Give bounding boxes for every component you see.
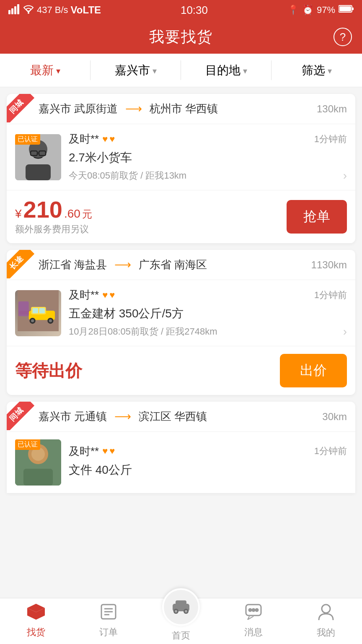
- hearts-2: ♥ ♥: [102, 290, 115, 301]
- driver-info-1: 及时** ♥ ♥ 1分钟前 2.7米小货车 今天08:05前取货 / 距我13k…: [69, 132, 347, 182]
- chevron-down-icon: ▾: [243, 66, 247, 76]
- waiting-price-2: 等待出价: [15, 359, 82, 382]
- card-body-1[interactable]: 已认证 及时** ♥ ♥ 1分钟前 2.7米小货车 今天08:05前取货 / 距…: [7, 124, 355, 190]
- bid-button-2[interactable]: 出价: [280, 354, 347, 387]
- time-text: 10:30: [181, 4, 208, 17]
- nav-item-messages[interactable]: 消息: [217, 598, 290, 644]
- heart-icon-5: ♥: [102, 446, 108, 457]
- route-from-1: 嘉兴市 武原街道: [39, 101, 118, 116]
- route-distance-1: 130km: [317, 103, 347, 115]
- route-row-2: 长途 浙江省 海盐县 ⟶ 广东省 南海区 1130km: [7, 250, 355, 280]
- nav-label-profile: 我的: [317, 626, 335, 639]
- svg-rect-7: [339, 6, 351, 11]
- route-distance-2: 1130km: [311, 259, 347, 271]
- heart-icon-1: ♥: [102, 134, 108, 145]
- verified-badge-1: 已认证: [15, 134, 40, 145]
- heart-icon-6: ♥: [109, 446, 115, 457]
- svg-point-39: [175, 610, 177, 613]
- svg-rect-37: [176, 600, 186, 606]
- tag-label-1: 同城: [7, 94, 34, 122]
- driver-avatar-1: 已认证: [15, 134, 61, 180]
- location-icon: 📍: [287, 5, 299, 16]
- route-row-1: 同城 嘉兴市 武原街道 ⟶ 杭州市 华西镇 130km: [7, 94, 355, 124]
- card-body-2[interactable]: 及时** ♥ ♥ 1分钟前 五金建材 350公斤/5方 10月28日08:05前…: [7, 280, 355, 346]
- chevron-down-icon: ▾: [56, 66, 60, 76]
- cargo-image-2: [15, 290, 61, 336]
- filter-city[interactable]: 嘉兴市 ▾: [90, 54, 181, 87]
- currency-symbol-1: ¥: [15, 207, 22, 221]
- driver-name-1: 及时**: [69, 132, 99, 146]
- driver-name-2: 及时**: [69, 288, 99, 302]
- svg-rect-1: [11, 8, 13, 14]
- cargo-type-1: 2.7米小货车: [69, 150, 347, 166]
- svg-rect-18: [33, 308, 38, 313]
- tag-changtu-2: 长途: [7, 250, 35, 278]
- route-to-3: 滨江区 华西镇: [139, 409, 207, 424]
- price-section-1: ¥ 210 .60 元 额外服务费用另议: [15, 198, 92, 236]
- svg-rect-19: [39, 308, 45, 313]
- nav-label-find-cargo: 找货: [27, 626, 45, 639]
- price-cents-1: .60: [64, 207, 80, 221]
- grab-button-1[interactable]: 抢单: [287, 200, 347, 234]
- price-unit-1: 元: [82, 208, 92, 221]
- svg-point-21: [31, 319, 34, 322]
- filter-more-label: 筛选: [302, 62, 325, 78]
- chevron-down-icon: ▾: [328, 66, 332, 76]
- verified-badge-3: 已认证: [15, 439, 40, 450]
- heart-icon-4: ♥: [109, 290, 115, 301]
- volte-text: VoLTE: [71, 4, 101, 16]
- help-button[interactable]: ?: [334, 28, 352, 46]
- heart-icon-2: ♥: [109, 134, 115, 145]
- status-left: 437 B/s VoLTE: [8, 4, 101, 16]
- time-ago-3: 1分钟前: [314, 445, 347, 457]
- filter-destination[interactable]: 目的地 ▾: [181, 54, 272, 87]
- tag-tongcheng-1: 同城: [7, 94, 35, 122]
- header: 我要找货 ?: [0, 20, 362, 54]
- time-ago-2: 1分钟前: [314, 289, 347, 301]
- filter-city-label: 嘉兴市: [115, 62, 150, 78]
- pickup-info-1: 今天08:05前取货 / 距我13km ›: [69, 169, 347, 182]
- driver-avatar-3: 已认证: [15, 439, 61, 486]
- filter-destination-label: 目的地: [205, 62, 240, 78]
- route-row-3: 同城 嘉兴市 元通镇 ⟶ 滨江区 华西镇 30km: [7, 402, 355, 432]
- driver-info-3: 及时** ♥ ♥ 1分钟前 文件 40公斤: [69, 444, 347, 481]
- dropbox-icon: [27, 604, 45, 623]
- arrow-icon-3: ⟶: [114, 410, 131, 423]
- route-to-2: 广东省 南海区: [139, 257, 207, 272]
- nav-label-orders: 订单: [99, 626, 118, 639]
- heart-icon-3: ♥: [102, 290, 108, 301]
- time-ago-1: 1分钟前: [314, 133, 347, 145]
- tag-label-2: 长途: [7, 250, 34, 278]
- card-footer-1: ¥ 210 .60 元 额外服务费用另议 抢单: [7, 190, 355, 243]
- status-bar: 437 B/s VoLTE 10:30 📍 ⏰ 97%: [0, 0, 362, 20]
- tag-label-3: 同城: [7, 402, 34, 430]
- svg-rect-6: [352, 8, 354, 10]
- speed-text: 437 B/s: [37, 5, 68, 16]
- price-section-2: 等待出价: [15, 359, 82, 382]
- list-icon: [101, 604, 116, 623]
- svg-rect-2: [14, 6, 16, 14]
- svg-point-44: [252, 609, 255, 611]
- hearts-1: ♥ ♥: [102, 134, 115, 145]
- cargo-type-3: 文件 40公斤: [69, 462, 347, 478]
- card-footer-2: 等待出价 出价: [7, 346, 355, 395]
- filter-bar: 最新 ▾ 嘉兴市 ▾ 目的地 ▾ 筛选 ▾: [0, 54, 362, 87]
- filter-more[interactable]: 筛选 ▾: [272, 54, 362, 87]
- svg-rect-24: [18, 301, 29, 316]
- price-note-1: 额外服务费用另议: [15, 223, 92, 236]
- page-title: 我要找货: [149, 27, 213, 47]
- svg-rect-3: [17, 4, 19, 14]
- card-body-3[interactable]: 已认证 及时** ♥ ♥ 1分钟前 文件 40公斤: [7, 432, 355, 493]
- pickup-info-2: 10月28日08:05前取货 / 距我2748km ›: [69, 325, 347, 338]
- battery-icon: [339, 5, 354, 16]
- cargo-card-2: 长途 浙江省 海盐县 ⟶ 广东省 南海区 1130km: [7, 250, 355, 395]
- nav-item-home[interactable]: 首页: [145, 598, 217, 644]
- alarm-icon: ⏰: [302, 5, 313, 16]
- route-from-3: 嘉兴市 元通镇: [39, 409, 107, 424]
- filter-latest[interactable]: 最新 ▾: [0, 54, 90, 87]
- nav-item-orders[interactable]: 订单: [72, 598, 145, 644]
- cargo-card-1: 同城 嘉兴市 武原街道 ⟶ 杭州市 华西镇 130km: [7, 94, 355, 243]
- nav-item-profile[interactable]: 我的: [290, 598, 362, 644]
- nav-label-messages: 消息: [244, 626, 263, 639]
- nav-item-find-cargo[interactable]: 找货: [0, 598, 72, 644]
